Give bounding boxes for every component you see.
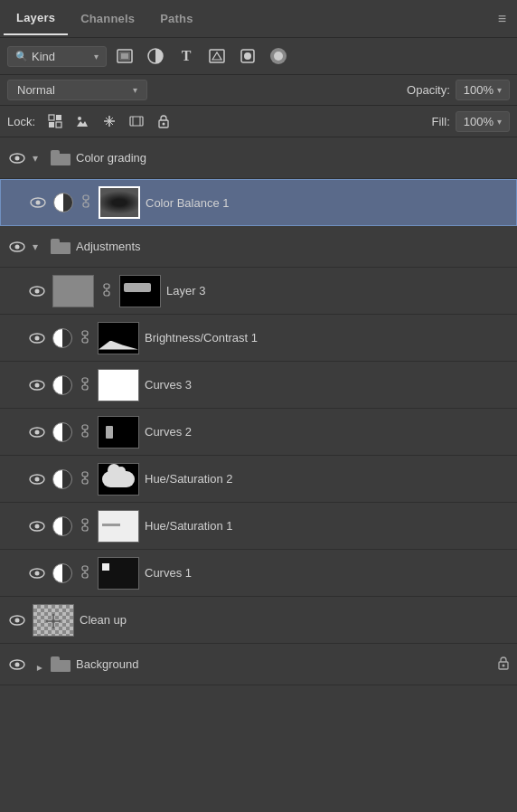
- svg-point-24: [15, 156, 20, 160]
- kind-dropdown[interactable]: 🔍 Kind ▾: [7, 46, 107, 67]
- layer-brightness-contrast-1[interactable]: Brightness/Contrast 1: [0, 315, 517, 362]
- svg-point-6: [244, 52, 251, 60]
- layer-brightness-contrast-1-label: Brightness/Contrast 1: [145, 331, 510, 345]
- group-background-label: Background: [76, 657, 492, 671]
- adjustment-color-balance-icon: [53, 193, 73, 212]
- thumb-brightness-contrast-1: [98, 322, 139, 354]
- svg-rect-64: [82, 566, 88, 571]
- collapse-background-icon[interactable]: ▾: [33, 658, 45, 671]
- thumb-curves-3: [98, 369, 139, 401]
- collapse-adjustments-icon[interactable]: ▾: [33, 241, 45, 253]
- blend-opacity-row: Normal ▾ Opacity: 100% ▾: [0, 75, 517, 106]
- search-icon: 🔍: [15, 51, 28, 62]
- lock-pixels-icon[interactable]: [44, 110, 66, 132]
- svg-point-8: [274, 52, 283, 61]
- lock-image-icon[interactable]: [71, 110, 93, 132]
- visibility-adjustments-icon[interactable]: [7, 237, 27, 257]
- chain-huesat1-icon: [78, 516, 92, 536]
- visibility-cleanup-icon[interactable]: [7, 610, 27, 630]
- group-color-grading[interactable]: ▾ Color grading: [0, 137, 517, 179]
- svg-rect-59: [82, 519, 88, 524]
- group-background[interactable]: ▾ Background: [0, 644, 517, 685]
- layer-curves-3[interactable]: Curves 3: [0, 362, 517, 409]
- adjustment-curves2-icon: [52, 422, 72, 442]
- blend-chevron-icon: ▾: [133, 85, 137, 95]
- adjustment-curves3-icon: [52, 375, 72, 395]
- layer-curves-3-label: Curves 3: [145, 378, 510, 392]
- shape-filter-icon[interactable]: [204, 43, 230, 69]
- svg-rect-11: [49, 122, 54, 127]
- svg-point-74: [503, 665, 505, 667]
- visibility-huesat2-icon[interactable]: [27, 469, 47, 489]
- layer-3[interactable]: Layer 3: [0, 268, 517, 315]
- fill-input[interactable]: 100% ▾: [456, 111, 510, 132]
- layer-curves-1[interactable]: Curves 1: [0, 550, 517, 597]
- chain-brightness-icon: [78, 328, 92, 348]
- adjustment-curves1-icon: [52, 563, 72, 583]
- tab-paths[interactable]: Paths: [147, 3, 205, 34]
- svg-rect-39: [82, 331, 88, 335]
- svg-rect-54: [82, 472, 88, 477]
- fill-group: Fill: 100% ▾: [432, 111, 510, 132]
- chain-curves1-icon: [78, 563, 92, 583]
- adjustment-filter-icon[interactable]: [143, 43, 168, 69]
- visibility-layer3-icon[interactable]: [27, 281, 47, 301]
- layer-color-balance-1-label: Color Balance 1: [146, 196, 509, 210]
- smart-filter-icon[interactable]: [235, 43, 260, 69]
- tab-channels[interactable]: Channels: [68, 3, 147, 34]
- layer-hue-saturation-2[interactable]: Hue/Saturation 2: [0, 456, 517, 503]
- svg-point-72: [15, 662, 20, 666]
- visibility-curves2-icon[interactable]: [27, 422, 47, 442]
- chain-curves2-icon: [78, 422, 92, 442]
- svg-rect-9: [49, 115, 54, 120]
- tab-layers[interactable]: Layers: [4, 2, 68, 35]
- text-filter-icon[interactable]: T: [174, 43, 199, 69]
- lock-background-icon: [497, 656, 510, 673]
- lock-position-icon[interactable]: [99, 110, 120, 132]
- kind-label: Kind: [32, 50, 55, 63]
- svg-rect-12: [56, 122, 61, 127]
- svg-point-48: [35, 430, 40, 434]
- folder-color-grading-icon: [51, 150, 70, 166]
- visibility-curves1-icon[interactable]: [27, 563, 47, 583]
- blend-mode-dropdown[interactable]: Normal ▾: [7, 80, 147, 100]
- visibility-color-grading-icon[interactable]: [7, 148, 27, 168]
- thumb-layer3-main: [52, 275, 94, 307]
- group-adjustments[interactable]: ▾ Adjustments: [0, 226, 517, 268]
- opacity-group: Opacity: 100% ▾: [407, 80, 510, 100]
- lock-artboard-icon[interactable]: [126, 110, 147, 132]
- thumb-hue-saturation-2: [98, 463, 139, 496]
- layer-mode-icon[interactable]: [266, 43, 291, 69]
- pixel-filter-icon[interactable]: [112, 43, 137, 69]
- layer-color-balance-1[interactable]: Color Balance 1: [0, 179, 517, 226]
- chain-curves3-icon: [78, 375, 92, 395]
- svg-point-53: [35, 477, 40, 481]
- blend-mode-label: Normal: [17, 83, 55, 97]
- visibility-curves3-icon[interactable]: [27, 375, 47, 395]
- opacity-value: 100%: [464, 83, 494, 97]
- svg-rect-65: [82, 573, 88, 578]
- svg-point-43: [35, 382, 40, 387]
- lock-row: Lock: Fill: 100% ▾: [0, 106, 517, 137]
- visibility-brightness-icon[interactable]: [27, 328, 47, 348]
- layer-curves-2[interactable]: Curves 2: [0, 409, 517, 456]
- visibility-background-icon[interactable]: [7, 655, 27, 675]
- lock-label: Lock:: [7, 115, 35, 128]
- lock-all-icon[interactable]: [153, 110, 174, 132]
- visibility-color-balance-icon[interactable]: [28, 193, 48, 212]
- svg-rect-45: [82, 385, 88, 390]
- visibility-huesat1-icon[interactable]: [27, 516, 47, 536]
- opacity-input[interactable]: 100% ▾: [456, 80, 510, 100]
- layer-hue-saturation-1-label: Hue/Saturation 1: [145, 519, 510, 533]
- svg-rect-44: [82, 378, 88, 382]
- layer-hue-saturation-1[interactable]: Hue/Saturation 1: [0, 503, 517, 550]
- svg-point-63: [35, 571, 40, 575]
- layer-clean-up[interactable]: Clean up: [0, 597, 517, 644]
- svg-rect-28: [83, 203, 89, 207]
- folder-adjustments-icon: [51, 239, 70, 255]
- filter-toolbar: 🔍 Kind ▾ T: [0, 38, 517, 75]
- panel-menu-icon[interactable]: ≡: [491, 7, 513, 31]
- layer-curves-2-label: Curves 2: [145, 425, 510, 439]
- svg-rect-10: [56, 115, 61, 120]
- collapse-color-grading-icon[interactable]: ▾: [33, 152, 45, 165]
